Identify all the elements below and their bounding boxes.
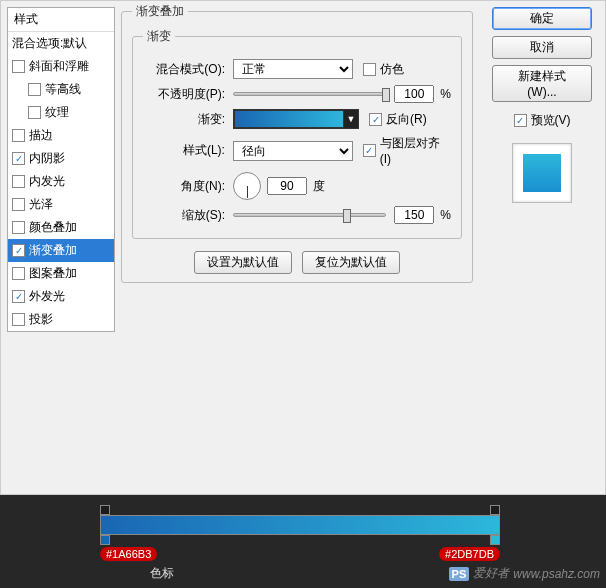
reset-default-button[interactable]: 复位为默认值 (302, 251, 400, 274)
angle-label: 角度(N): (143, 178, 233, 195)
sidebar-item-label: 颜色叠加 (29, 219, 77, 236)
opacity-stop[interactable] (490, 505, 500, 515)
opacity-label: 不透明度(P): (143, 86, 233, 103)
checkbox-icon (28, 83, 41, 96)
dialog-buttons: 确定 取消 新建样式(W)... 预览(V) (487, 7, 597, 203)
checkbox-icon (363, 63, 376, 76)
color-stop[interactable] (490, 535, 500, 545)
checkbox-icon (12, 290, 25, 303)
sidebar-item-label: 内阴影 (29, 150, 65, 167)
checkbox-icon (12, 60, 25, 73)
blend-mode-label: 混合模式(O): (143, 61, 233, 78)
gradient-picker[interactable]: ▼ (233, 109, 359, 129)
sidebar-item-等高线[interactable]: 等高线 (8, 78, 114, 101)
gradient-subgroup: 渐变 混合模式(O): 正常 仿色 不透明度(P): % 渐变: (132, 28, 462, 239)
checkbox-icon (28, 106, 41, 119)
blend-mode-select[interactable]: 正常 (233, 59, 353, 79)
sidebar-item-label: 内发光 (29, 173, 65, 190)
checkbox-icon (12, 244, 25, 257)
sidebar-item-斜面和浮雕[interactable]: 斜面和浮雕 (8, 55, 114, 78)
opacity-unit: % (440, 87, 451, 101)
angle-unit: 度 (313, 178, 325, 195)
sidebar-item-光泽[interactable]: 光泽 (8, 193, 114, 216)
sidebar-item-投影[interactable]: 投影 (8, 308, 114, 331)
new-style-button[interactable]: 新建样式(W)... (492, 65, 592, 102)
layer-style-dialog: 样式 混合选项:默认 斜面和浮雕等高线纹理描边内阴影内发光光泽颜色叠加渐变叠加图… (0, 0, 606, 495)
style-row: 样式(L): 径向 与图层对齐(I) (143, 135, 451, 166)
blend-mode-row: 混合模式(O): 正常 仿色 (143, 59, 451, 79)
preview-box (512, 143, 572, 203)
checkbox-icon (12, 221, 25, 234)
checkbox-icon (12, 267, 25, 280)
subgroup-title: 渐变 (143, 28, 175, 45)
angle-row: 角度(N): 度 (143, 172, 451, 200)
align-checkbox[interactable]: 与图层对齐(I) (363, 135, 451, 166)
color-stop[interactable] (100, 535, 110, 545)
checkbox-icon (12, 175, 25, 188)
checkbox-icon (363, 144, 376, 157)
sidebar-item-内发光[interactable]: 内发光 (8, 170, 114, 193)
sidebar-item-label: 光泽 (29, 196, 53, 213)
checkbox-icon (12, 313, 25, 326)
stops-section-label: 色标 (150, 565, 174, 582)
gradient-bar[interactable] (100, 515, 500, 535)
sidebar-item-颜色叠加[interactable]: 颜色叠加 (8, 216, 114, 239)
angle-input[interactable] (267, 177, 307, 195)
checkbox-icon (369, 113, 382, 126)
sidebar-item-label: 渐变叠加 (29, 242, 77, 259)
sidebar-item-内阴影[interactable]: 内阴影 (8, 147, 114, 170)
scale-label: 缩放(S): (143, 207, 233, 224)
sidebar-item-label: 图案叠加 (29, 265, 77, 282)
reverse-checkbox[interactable]: 反向(R) (369, 111, 427, 128)
angle-dial[interactable] (233, 172, 261, 200)
sidebar-item-图案叠加[interactable]: 图案叠加 (8, 262, 114, 285)
checkbox-icon (12, 198, 25, 211)
group-title: 渐变叠加 (132, 3, 188, 20)
sidebar-blending-options[interactable]: 混合选项:默认 (8, 32, 114, 55)
opacity-stop[interactable] (100, 505, 110, 515)
sidebar-item-描边[interactable]: 描边 (8, 124, 114, 147)
scale-slider[interactable] (233, 213, 386, 217)
sidebar-header: 样式 (8, 8, 114, 32)
color-hex-tag: #2DB7DB (439, 547, 500, 561)
gradient-overlay-panel: 渐变叠加 渐变 混合模式(O): 正常 仿色 不透明度(P): % (121, 3, 473, 483)
checkbox-icon (12, 152, 25, 165)
cancel-button[interactable]: 取消 (492, 36, 592, 59)
styles-sidebar: 样式 混合选项:默认 斜面和浮雕等高线纹理描边内阴影内发光光泽颜色叠加渐变叠加图… (7, 7, 115, 332)
sidebar-item-label: 投影 (29, 311, 53, 328)
scale-input[interactable] (394, 206, 434, 224)
sidebar-item-label: 等高线 (45, 81, 81, 98)
preview-checkbox[interactable]: 预览(V) (514, 112, 571, 129)
sidebar-item-label: 描边 (29, 127, 53, 144)
checkbox-icon (12, 129, 25, 142)
dither-checkbox[interactable]: 仿色 (363, 61, 404, 78)
preview-swatch (523, 154, 561, 192)
checkbox-icon (514, 114, 527, 127)
opacity-row: 不透明度(P): % (143, 85, 451, 103)
set-default-button[interactable]: 设置为默认值 (194, 251, 292, 274)
sidebar-item-外发光[interactable]: 外发光 (8, 285, 114, 308)
opacity-slider[interactable] (233, 92, 386, 96)
gradient-overlay-group: 渐变叠加 渐变 混合模式(O): 正常 仿色 不透明度(P): % (121, 3, 473, 283)
style-label: 样式(L): (143, 142, 233, 159)
scale-row: 缩放(S): % (143, 206, 451, 224)
color-hex-tag: #1A66B3 (100, 547, 157, 561)
scale-unit: % (440, 208, 451, 222)
sidebar-item-label: 斜面和浮雕 (29, 58, 89, 75)
gradient-label: 渐变: (143, 111, 233, 128)
sidebar-item-纹理[interactable]: 纹理 (8, 101, 114, 124)
gradient-editor[interactable]: #1A66B3 #2DB7DB (100, 505, 500, 547)
opacity-input[interactable] (394, 85, 434, 103)
sidebar-item-渐变叠加[interactable]: 渐变叠加 (8, 239, 114, 262)
style-select[interactable]: 径向 (233, 141, 353, 161)
gradient-row: 渐变: ▼ 反向(R) (143, 109, 451, 129)
sidebar-item-label: 纹理 (45, 104, 69, 121)
gradient-preview-swatch (234, 110, 344, 128)
watermark: PS 爱好者 www.psahz.com (449, 565, 600, 582)
chevron-down-icon: ▼ (344, 110, 358, 128)
ok-button[interactable]: 确定 (492, 7, 592, 30)
sidebar-item-label: 外发光 (29, 288, 65, 305)
